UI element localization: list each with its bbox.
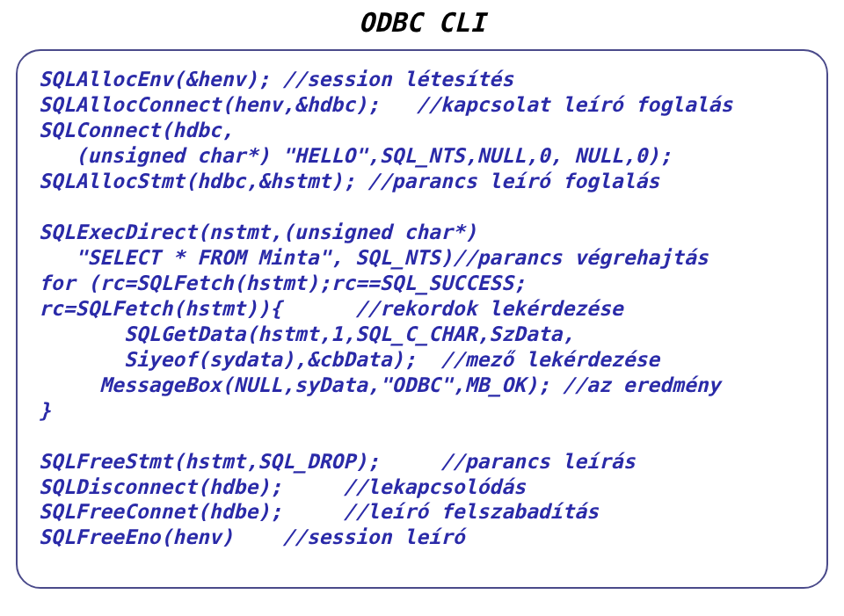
code-container: SQLAllocEnv(&henv); //session létesítés …: [16, 49, 828, 589]
slide-title: ODBC CLI: [0, 7, 844, 38]
slide: ODBC CLI SQLAllocEnv(&henv); //session l…: [0, 0, 844, 616]
code-block: SQLAllocEnv(&henv); //session létesítés …: [39, 67, 805, 550]
